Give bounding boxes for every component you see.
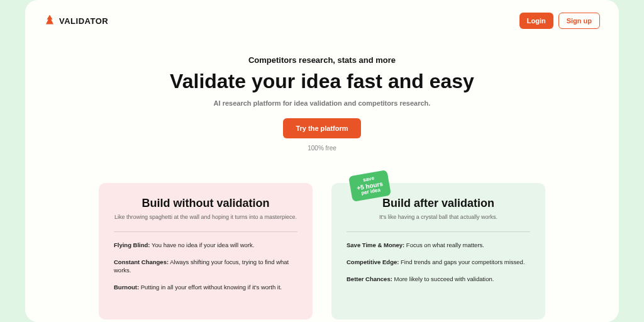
hero-subtitle: Competitors research, stats and more [25,55,619,65]
column-sub: It's like having a crystal ball that act… [347,213,530,221]
column-title: Build after validation [347,197,530,210]
page-card: VALIDATOR Login Sign up Competitors rese… [25,0,619,322]
brand-name: VALIDATOR [59,16,108,26]
cta-button[interactable]: Try the platform [283,118,360,138]
column-sub: Like throwing spaghetti at the wall and … [114,213,297,221]
nav-actions: Login Sign up [519,13,600,29]
column-after-validation: save +5 hours per idea Build after valid… [331,183,545,319]
list-item: Better Chances: More likely to succeed w… [347,275,530,283]
list-item: Flying Blind: You have no idea if your i… [114,241,297,249]
compare-section: Build without validation Like throwing s… [25,183,619,319]
hero-title: Validate your idea fast and easy [25,70,619,93]
hero-tagline: AI research platform for idea validation… [25,99,619,107]
list-item: Constant Changes: Always shifting your f… [114,258,297,275]
list-item: Save Time & Money: Focus on what really … [347,241,530,249]
column-title: Build without validation [114,197,297,210]
login-button[interactable]: Login [519,13,553,29]
brand: VALIDATOR [44,14,108,28]
hero: Competitors research, stats and more Val… [25,55,619,152]
list-item: Competitive Edge: Find trends and gaps y… [347,258,530,266]
list-item: Burnout: Putting in all your effort with… [114,283,297,291]
logo-icon [44,14,55,28]
header: VALIDATOR Login Sign up [25,13,619,29]
divider [114,231,297,232]
signup-button[interactable]: Sign up [558,13,600,29]
hero-note: 100% free [25,145,619,152]
divider [347,231,530,232]
column-without-validation: Build without validation Like throwing s… [99,183,313,319]
